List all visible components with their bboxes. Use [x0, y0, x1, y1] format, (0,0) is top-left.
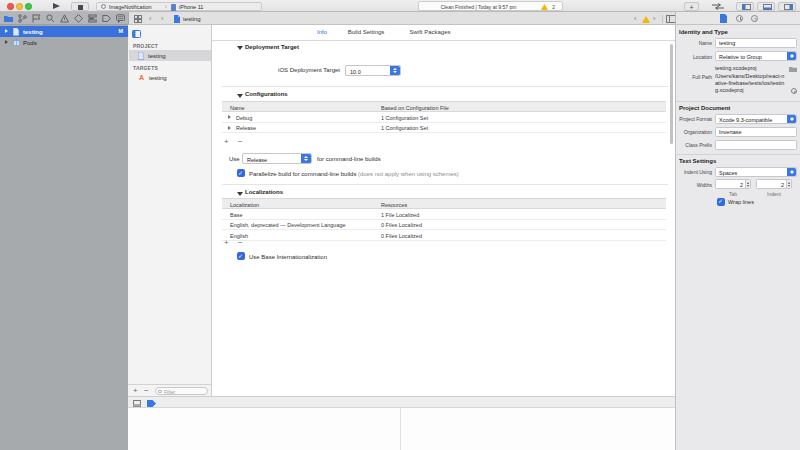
- minimize-window-button[interactable]: [16, 3, 23, 10]
- file-inspector-icon[interactable]: [720, 14, 727, 23]
- wrap-lines-checkbox[interactable]: [717, 198, 725, 206]
- hide-debug-area-icon[interactable]: [133, 400, 141, 407]
- remove-target-button[interactable]: −: [144, 387, 149, 395]
- project-file-icon: [13, 28, 19, 36]
- report-navigator-icon[interactable]: [116, 14, 125, 23]
- tab-info[interactable]: Info: [307, 29, 337, 35]
- scheme-selector[interactable]: ImageNotification › iPhone 11: [96, 2, 262, 11]
- remove-localization-button[interactable]: −: [238, 239, 243, 247]
- breakpoint-navigator-icon[interactable]: [102, 14, 111, 23]
- run-button[interactable]: [53, 3, 60, 9]
- navigator-item-pods[interactable]: Pods: [0, 37, 128, 48]
- command-line-config-popup[interactable]: Release: [242, 153, 312, 164]
- deployment-target-popup[interactable]: 10.0: [345, 65, 401, 76]
- warning-icon[interactable]: [541, 4, 548, 10]
- reveal-folder-icon[interactable]: [789, 66, 797, 72]
- console-view[interactable]: [401, 408, 675, 450]
- editor-scrollbar[interactable]: [670, 44, 673, 144]
- tab-overview-icon[interactable]: [134, 15, 142, 23]
- tab-width-stepper[interactable]: 2: [715, 179, 751, 189]
- editor-tab-bar: ‹ › testing ‹ ›: [128, 12, 675, 25]
- issue-navigator-icon[interactable]: [60, 14, 69, 23]
- disclosure-triangle-icon[interactable]: [5, 40, 8, 44]
- zoom-window-button[interactable]: [25, 3, 32, 10]
- project-item-row[interactable]: testing: [129, 50, 211, 61]
- disclosure-triangle-icon[interactable]: [228, 115, 231, 119]
- forward-button[interactable]: ›: [161, 15, 164, 23]
- find-navigator-icon[interactable]: [46, 14, 55, 23]
- location-popup[interactable]: Relative to Group: [715, 51, 797, 61]
- stop-button[interactable]: [71, 2, 89, 11]
- issue-back-button[interactable]: ‹: [634, 15, 637, 23]
- file-inspector-panel: Identity and Type Name Location Relative…: [675, 25, 800, 450]
- localizations-table: Localization Resources Base 1 File Local…: [222, 198, 666, 241]
- tab-build-settings[interactable]: Build Settings: [344, 29, 388, 35]
- name-field[interactable]: [715, 38, 797, 48]
- file-icon: [174, 15, 180, 23]
- config-name: Release: [236, 125, 256, 131]
- editor-swap-icon[interactable]: [711, 3, 725, 10]
- symbol-navigator-icon[interactable]: [32, 14, 41, 23]
- indent-width-stepper[interactable]: 2: [756, 179, 792, 189]
- variables-view[interactable]: [128, 408, 400, 450]
- history-inspector-icon[interactable]: [736, 15, 743, 22]
- navigator-item-testing[interactable]: testing M: [0, 26, 128, 37]
- stepper-arrows-icon[interactable]: [786, 180, 791, 188]
- organization-field[interactable]: [715, 127, 797, 137]
- disclosure-triangle-icon[interactable]: [5, 29, 8, 33]
- table-row[interactable]: Base 1 File Localized: [222, 209, 666, 220]
- configurations-section-title: Configurations: [245, 91, 288, 97]
- stop-icon: [78, 5, 83, 10]
- disclosure-triangle-icon[interactable]: [228, 126, 231, 130]
- library-button[interactable]: +: [684, 2, 699, 11]
- project-navigator-icon[interactable]: [4, 14, 13, 23]
- add-configuration-button[interactable]: +: [224, 138, 229, 146]
- quick-help-inspector-icon[interactable]: ?: [751, 15, 758, 22]
- jump-bar-file-label[interactable]: testing: [183, 16, 201, 22]
- base-internationalization-checkbox[interactable]: [237, 252, 245, 260]
- open-path-arrow-icon[interactable]: [791, 88, 797, 94]
- indent-using-popup[interactable]: Spaces: [715, 167, 797, 177]
- filter-field[interactable]: Filter: [155, 387, 208, 395]
- sidebar-bottom-bar: + − Filter: [128, 384, 212, 396]
- sidebar-toggle-icon[interactable]: [132, 30, 141, 38]
- name-label: Name: [676, 40, 712, 46]
- remove-configuration-button[interactable]: −: [238, 138, 243, 146]
- localization-name: English, deprecated — Development Langua…: [230, 222, 346, 228]
- source-control-navigator-icon[interactable]: [18, 14, 27, 23]
- table-row[interactable]: Release 1 Configuration Set: [222, 123, 666, 134]
- full-path-value: /Users/kans/Desktop/react-native-firebas…: [715, 73, 787, 94]
- target-item-row[interactable]: A testing: [129, 72, 211, 83]
- wrap-lines-label: Wrap lines: [728, 200, 754, 206]
- table-header: Localization Resources: [222, 199, 666, 209]
- section-disclosure-icon[interactable]: [237, 192, 243, 196]
- stepper-arrows-icon[interactable]: [745, 180, 750, 188]
- project-format-popup[interactable]: Xcode 9.3-compatible: [715, 114, 797, 124]
- add-localization-button[interactable]: +: [224, 239, 229, 247]
- table-row[interactable]: English, deprecated — Development Langua…: [222, 220, 666, 231]
- class-prefix-field[interactable]: [715, 140, 797, 150]
- add-target-button[interactable]: +: [133, 387, 138, 395]
- debug-navigator-icon[interactable]: [88, 14, 97, 23]
- table-row[interactable]: Debug 1 Configuration Set: [222, 112, 666, 123]
- indent-caption: Indent: [756, 192, 792, 197]
- back-button[interactable]: ‹: [149, 15, 152, 23]
- section-disclosure-icon[interactable]: [237, 94, 243, 98]
- close-window-button[interactable]: [7, 3, 14, 10]
- location-value: Relative to Group: [719, 54, 762, 60]
- plus-icon: +: [685, 4, 698, 11]
- warning-count-badge[interactable]: 2: [552, 5, 555, 10]
- issue-warning-icon[interactable]: [642, 16, 650, 23]
- test-navigator-icon[interactable]: [74, 14, 83, 23]
- parallelize-checkbox[interactable]: [237, 169, 245, 177]
- breakpoints-toggle-icon[interactable]: [147, 400, 156, 407]
- toggle-navigator-button[interactable]: [736, 2, 754, 11]
- section-disclosure-icon[interactable]: [237, 46, 243, 50]
- inspector-divider: [676, 154, 800, 155]
- issue-forward-button[interactable]: ›: [653, 15, 656, 23]
- toggle-inspector-button[interactable]: [778, 2, 796, 11]
- table-row[interactable]: English 0 Files Localized: [222, 230, 666, 241]
- toggle-debug-area-button[interactable]: [757, 2, 775, 11]
- section-divider: [222, 86, 668, 87]
- tab-swift-packages[interactable]: Swift Packages: [406, 29, 454, 35]
